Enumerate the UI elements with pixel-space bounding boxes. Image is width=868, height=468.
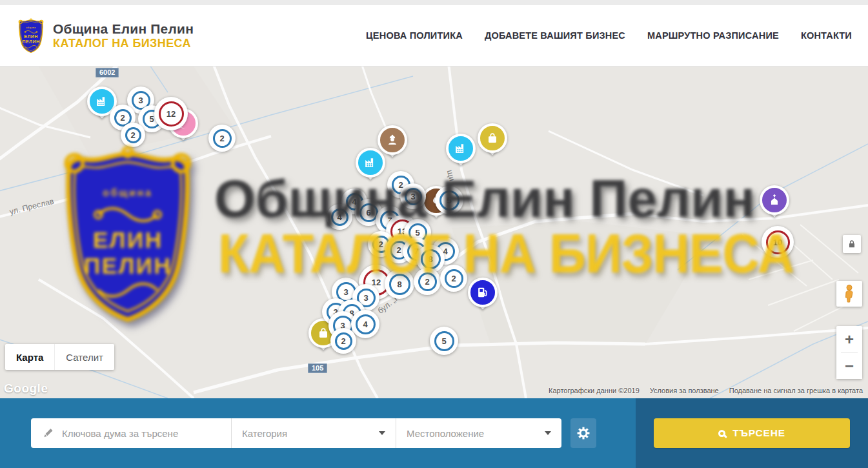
keyword-field[interactable]: [31, 418, 231, 448]
advanced-settings-button[interactable]: [570, 418, 596, 448]
map-cluster[interactable]: 8: [385, 269, 414, 299]
cluster-ring: 10: [766, 230, 790, 254]
cluster-count: 2: [396, 245, 401, 255]
zoom-in-button[interactable]: +: [836, 327, 862, 352]
cluster-count: 10: [773, 238, 782, 247]
pegman-control[interactable]: [836, 281, 862, 307]
pegman-icon: [842, 284, 857, 303]
cluster-ring: 5: [439, 190, 459, 210]
map-type-map-button[interactable]: Карта: [5, 344, 54, 370]
cluster-count: 2: [341, 336, 345, 346]
cluster-count: 12: [167, 109, 176, 119]
zoom-out-button[interactable]: −: [836, 353, 862, 379]
search-bar: Категория Местоположение: [0, 398, 868, 468]
map-attribution: Картографски данни ©2019 Условия за полз…: [549, 387, 863, 394]
main-nav: ЦЕНОВА ПОЛИТИКА ДОБАВЕТЕ ВАШИЯТ БИЗНЕС М…: [366, 30, 852, 41]
google-map[interactable]: ул. Преслав бул. „Новосел щи 6002 105 32…: [0, 66, 868, 398]
search-form: Категория Местоположение: [31, 418, 561, 448]
map-cluster[interactable]: 10: [762, 226, 794, 258]
cluster-count: 8: [428, 254, 432, 264]
cluster-count: 4: [337, 212, 341, 222]
cluster-ring: 2: [335, 332, 352, 350]
cluster-ring: 2: [213, 129, 232, 148]
brand-text: Община Елин Пелин КАТАЛОГ НА БИЗНЕСА: [53, 21, 194, 50]
cluster-count: 5: [447, 196, 451, 205]
cluster-count: 2: [120, 113, 125, 123]
map-cluster[interactable]: 2: [414, 268, 441, 295]
chevron-down-icon: [545, 431, 551, 435]
lock-button[interactable]: [843, 235, 861, 253]
map-cluster[interactable]: 2: [330, 328, 356, 354]
map-cluster[interactable]: 3: [400, 183, 426, 209]
map-cluster[interactable]: 5: [435, 186, 463, 214]
category-placeholder: Категория: [242, 428, 287, 439]
cluster-ring: 8: [421, 249, 441, 269]
header: община ЕЛИН ПЕЛИН Община Елин Пелин КАТА…: [0, 5, 868, 66]
map-type-control: Карта Сателит: [5, 344, 114, 370]
nav-item-pricing[interactable]: ЦЕНОВА ПОЛИТИКА: [366, 30, 463, 41]
location-select[interactable]: Местоположение: [396, 418, 561, 448]
cluster-count: 4: [352, 197, 356, 207]
attribution-report-error-link[interactable]: Подаване на сигнал за грешка в картата: [729, 387, 863, 394]
map-cluster[interactable]: 2: [208, 125, 236, 152]
brand[interactable]: община ЕЛИН ПЕЛИН Община Елин Пелин КАТА…: [15, 17, 194, 54]
map-pin-church[interactable]: [760, 185, 789, 221]
cluster-count: 5: [441, 336, 446, 346]
attribution-copyright: Картографски данни ©2019: [549, 387, 640, 394]
chevron-down-icon: [379, 431, 385, 435]
nav-item-bus-schedule[interactable]: МАРШРУТНО РАЗПИСАНИЕ: [647, 30, 779, 41]
map-cluster[interactable]: 2: [440, 265, 467, 292]
cluster-count: 2: [130, 130, 135, 140]
search-bar-fields: Категория Местоположение: [0, 398, 636, 468]
search-bar-action: ТЪРСЕНЕ: [636, 398, 868, 468]
cluster-count: 4: [363, 320, 367, 329]
google-logo[interactable]: Google: [4, 382, 48, 396]
cluster-ring: 4: [356, 314, 376, 334]
map-cluster[interactable]: 12: [154, 97, 188, 130]
nav-item-contacts[interactable]: КОНТАКТИ: [801, 30, 852, 41]
cluster-count: 3: [138, 96, 143, 105]
cluster-count: 5: [415, 228, 419, 238]
cluster-count: 3: [363, 293, 368, 303]
search-button-label: ТЪРСЕНЕ: [732, 427, 785, 439]
map-cluster[interactable]: 2: [121, 123, 145, 147]
cluster-ring: 3: [405, 188, 422, 205]
attribution-terms-link[interactable]: Условия за ползване: [650, 387, 719, 394]
fuel-icon: [468, 278, 498, 307]
keyword-input[interactable]: [62, 428, 222, 439]
search-button[interactable]: ТЪРСЕНЕ: [654, 418, 850, 448]
cluster-count: 3: [410, 192, 415, 201]
crest-name-line2: ПЕЛИН: [23, 39, 40, 44]
cluster-ring: 8: [389, 274, 410, 295]
cluster-count: 6: [366, 208, 370, 218]
map-cluster[interactable]: 4: [327, 204, 352, 230]
map-pin-factory[interactable]: [446, 134, 476, 170]
search-icon: [718, 430, 725, 437]
map-cluster[interactable]: 4: [351, 310, 379, 338]
cluster-ring: 2: [445, 269, 463, 288]
zoom-control: + −: [836, 326, 862, 379]
cluster-count: 8: [397, 280, 401, 289]
cluster-count: 5: [149, 114, 154, 124]
nav-item-add-business[interactable]: ДОБАВЕТЕ ВАШИЯТ БИЗНЕС: [485, 30, 625, 41]
location-placeholder: Местоположение: [407, 428, 484, 439]
pencil-icon: [41, 427, 54, 440]
cluster-ring: 2: [418, 272, 437, 291]
cluster-count: 2: [425, 277, 429, 287]
map-pin-worker[interactable]: [378, 125, 407, 161]
worker-icon: [378, 125, 407, 155]
map-pin-fuel[interactable]: [468, 278, 498, 314]
map-pin-bag[interactable]: [478, 123, 507, 159]
cluster-ring: 4: [331, 209, 348, 226]
category-select[interactable]: Категория: [231, 418, 396, 448]
map-type-satellite-button[interactable]: Сателит: [54, 344, 114, 370]
cluster-count: 2: [378, 239, 383, 249]
crest-name-line1: ЕЛИН: [24, 34, 37, 39]
gear-icon: [576, 426, 590, 440]
top-strip: [0, 0, 868, 5]
site-subtitle: КАТАЛОГ НА БИЗНЕСА: [53, 37, 194, 50]
municipality-crest-logo: община ЕЛИН ПЕЛИН: [15, 17, 46, 54]
map-cluster[interactable]: 5: [430, 327, 458, 355]
church-icon: [760, 185, 789, 215]
page: община ЕЛИН ПЕЛИН Община Елин Пелин КАТА…: [0, 0, 868, 468]
